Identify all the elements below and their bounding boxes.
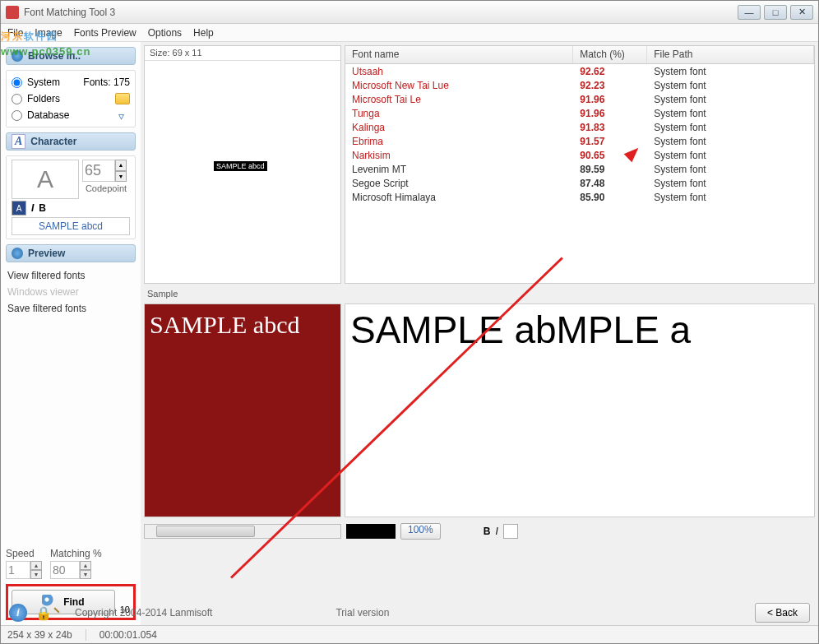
- glyph-display: A: [12, 160, 79, 199]
- table-row[interactable]: Narkisim90.65System font: [345, 148, 814, 162]
- color-picker[interactable]: [503, 524, 518, 539]
- results-table: Font name Match (%) File Path Utsaah92.6…: [345, 45, 815, 284]
- table-row[interactable]: Tunga91.96System font: [345, 106, 814, 120]
- horizontal-scrollbar[interactable]: [144, 524, 341, 539]
- sample-text-input[interactable]: [12, 217, 130, 235]
- menu-fonts-preview[interactable]: Fonts Preview: [74, 27, 136, 39]
- preview-header-label: Preview: [28, 248, 65, 259]
- codepoint-input[interactable]: [82, 160, 115, 182]
- close-button[interactable]: ✕: [790, 5, 813, 20]
- info-icon[interactable]: i: [9, 604, 27, 622]
- globe-icon-2: [12, 248, 23, 259]
- bold-icon[interactable]: B: [39, 202, 46, 214]
- label-folders: Folders: [27, 93, 60, 104]
- titlebar: Font Matching Tool 3 — □ ✕: [1, 1, 818, 24]
- sample-chip: SAMPLE abcd: [214, 161, 267, 171]
- matching-input[interactable]: [50, 561, 80, 579]
- menubar: File Image Fonts Preview Options Help: [1, 24, 818, 42]
- letter-a-icon: A: [12, 134, 25, 149]
- radio-folders[interactable]: [12, 94, 22, 104]
- menu-help[interactable]: Help: [193, 27, 214, 39]
- label-database: Database: [27, 109, 69, 121]
- minimize-button[interactable]: —: [738, 5, 761, 20]
- lock-icon[interactable]: 🔒: [35, 605, 50, 620]
- table-row[interactable]: Levenim MT89.59System font: [345, 162, 814, 176]
- bold-toggle[interactable]: B: [484, 526, 491, 537]
- codepoint-label: Codepoint: [82, 183, 130, 193]
- app-icon: [6, 6, 19, 19]
- folder-icon[interactable]: [115, 93, 130, 104]
- table-row[interactable]: Microsoft Himalaya85.90System font: [345, 190, 814, 204]
- size-info: Size: 69 x 11: [145, 46, 340, 61]
- menu-file[interactable]: File: [7, 27, 23, 39]
- browse-header-label: Browse in..: [28, 50, 81, 62]
- speed-down[interactable]: ▼: [30, 570, 42, 579]
- funnel-icon[interactable]: ▿: [118, 109, 130, 121]
- red-sample-preview: SAMPLE abcd: [144, 303, 341, 517]
- italic-toggle[interactable]: I: [495, 526, 497, 537]
- zoom-button[interactable]: 100%: [400, 523, 441, 540]
- speed-input[interactable]: [6, 561, 30, 579]
- trial-label: Trial version: [335, 607, 389, 619]
- fonts-count: Fonts: 175: [83, 76, 130, 88]
- menu-options[interactable]: Options: [148, 27, 182, 39]
- table-row[interactable]: Segoe Script87.48System font: [345, 176, 814, 190]
- codepoint-down[interactable]: ▼: [115, 171, 127, 183]
- table-row[interactable]: Ebrima91.57System font: [345, 134, 814, 148]
- globe-icon: [12, 50, 23, 62]
- preview-header: Preview: [6, 244, 136, 262]
- table-row[interactable]: Microsoft Tai Le91.96System font: [345, 92, 814, 106]
- preview-links: View filtered fonts Windows viewer Save …: [6, 267, 136, 317]
- matching-label: Matching %: [50, 548, 102, 559]
- italic-icon[interactable]: I: [31, 202, 34, 214]
- menu-image[interactable]: Image: [35, 27, 62, 39]
- table-row[interactable]: Utsaah92.62System font: [345, 64, 814, 78]
- table-row[interactable]: Kalinga91.83System font: [345, 120, 814, 134]
- matching-down[interactable]: ▼: [80, 570, 91, 579]
- window-title: Font Matching Tool 3: [24, 7, 738, 18]
- color-bar[interactable]: [346, 524, 396, 539]
- label-system: System: [27, 76, 60, 88]
- maximize-button[interactable]: □: [764, 5, 787, 20]
- radio-system[interactable]: [12, 77, 22, 88]
- sample-section-label: Sample: [144, 287, 815, 300]
- white-sample-preview: SAMPLE abMPLE a: [345, 303, 815, 517]
- browse-header: Browse in..: [6, 47, 136, 65]
- back-button[interactable]: < Back: [755, 603, 810, 623]
- radio-database[interactable]: [12, 110, 22, 121]
- col-fontname[interactable]: Font name: [345, 46, 573, 63]
- codepoint-up[interactable]: ▲: [115, 160, 127, 171]
- status-dims: 254 x 39 x 24b: [7, 629, 72, 641]
- copyright: Copyright 2004-2014 Lanmisoft: [75, 607, 212, 619]
- status-time: 00:00:01.054: [99, 629, 157, 641]
- statusbar: 254 x 39 x 24b 00:00:01.054: [1, 625, 818, 643]
- speed-up[interactable]: ▲: [30, 561, 42, 570]
- link-save-filtered[interactable]: Save filtered fonts: [6, 300, 136, 317]
- matching-up[interactable]: ▲: [80, 561, 91, 570]
- col-match[interactable]: Match (%): [573, 46, 647, 63]
- character-header-label: Character: [30, 136, 76, 147]
- table-row[interactable]: Microsoft New Tai Lue92.23System font: [345, 78, 814, 92]
- col-path[interactable]: File Path: [647, 46, 814, 63]
- character-header: A Character: [6, 132, 136, 151]
- link-view-filtered[interactable]: View filtered fonts: [6, 267, 136, 284]
- text-select-icon[interactable]: A: [12, 201, 26, 215]
- link-windows-viewer: Windows viewer: [6, 284, 136, 300]
- speed-label: Speed: [6, 548, 42, 559]
- source-image-panel: Size: 69 x 11 SAMPLE abcd: [144, 45, 341, 284]
